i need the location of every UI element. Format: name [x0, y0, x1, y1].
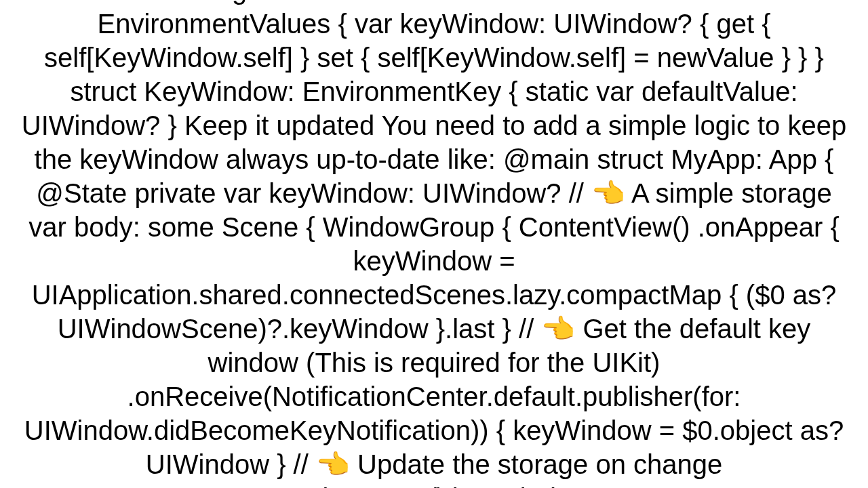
document-page: It contains get and set methods to confo…: [0, 0, 868, 488]
document-body-text: It contains get and set methods to confo…: [17, 0, 851, 488]
